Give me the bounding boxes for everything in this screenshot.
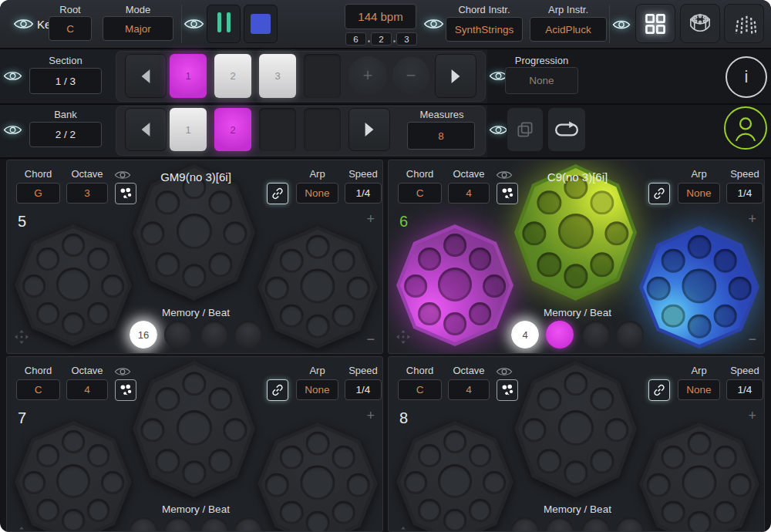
octave-value-box[interactable]: 3 xyxy=(66,183,108,204)
bank-tools-visibility-eye-icon[interactable] xyxy=(489,123,508,136)
note-dot[interactable] xyxy=(62,509,85,532)
note-dot[interactable] xyxy=(346,473,370,497)
plus-button[interactable]: + xyxy=(748,211,756,227)
move-handle-icon[interactable] xyxy=(396,527,410,532)
note-dot[interactable] xyxy=(101,275,124,298)
section-counter[interactable]: 1 / 3 xyxy=(29,68,102,94)
note-dot[interactable] xyxy=(208,253,232,277)
note-dot[interactable] xyxy=(56,464,90,498)
memory-slot-3[interactable] xyxy=(582,321,610,348)
minus-button[interactable]: − xyxy=(748,332,756,348)
add-section-button[interactable]: + xyxy=(348,56,387,95)
note-dot[interactable] xyxy=(208,387,232,411)
section-pad-3[interactable]: 3 xyxy=(259,54,296,98)
bank-pad-2[interactable]: 2 xyxy=(214,108,251,151)
chord-pad-octagon[interactable] xyxy=(15,224,132,346)
arp-value-box[interactable]: None xyxy=(678,183,720,204)
arp-instrument-value[interactable]: AcidPluck xyxy=(530,17,607,42)
transport-visibility-eye-icon[interactable] xyxy=(183,17,204,31)
instruments-visibility-eye-icon[interactable] xyxy=(423,17,444,31)
note-dot[interactable] xyxy=(176,214,211,249)
note-dot[interactable] xyxy=(522,419,546,443)
grid-view-button[interactable] xyxy=(635,4,675,43)
speed-value-box[interactable]: 1/4 xyxy=(726,379,763,400)
memory-slot-2[interactable] xyxy=(164,321,192,348)
note-dot[interactable] xyxy=(36,247,59,271)
note-dot[interactable] xyxy=(182,461,206,485)
memory-slot-2[interactable] xyxy=(164,517,192,532)
link-button[interactable] xyxy=(648,183,670,204)
note-dot[interactable] xyxy=(590,253,614,277)
plus-button[interactable]: + xyxy=(748,408,756,424)
note-dot[interactable] xyxy=(22,472,45,495)
move-handle-icon[interactable] xyxy=(15,527,29,532)
chord-value-box[interactable]: C xyxy=(16,379,60,400)
note-dot[interactable] xyxy=(306,235,330,259)
memory-slot-1[interactable] xyxy=(130,517,157,532)
note-dot[interactable] xyxy=(87,247,110,271)
note-dot[interactable] xyxy=(300,465,335,500)
note-dot[interactable] xyxy=(443,509,466,532)
chord-pad-octagon[interactable] xyxy=(15,421,132,532)
chord-pad-octagon-green[interactable] xyxy=(514,164,637,301)
note-dot[interactable] xyxy=(590,387,614,411)
chord-pad-octagon[interactable] xyxy=(639,423,759,532)
chord-pad-octagon[interactable] xyxy=(133,361,255,497)
arp-value-box[interactable]: None xyxy=(296,379,338,400)
loop-button[interactable] xyxy=(547,107,586,152)
note-dot[interactable] xyxy=(36,444,59,467)
note-dot[interactable] xyxy=(156,387,180,411)
root-note-value[interactable]: C xyxy=(49,16,92,41)
note-dot[interactable] xyxy=(182,264,206,288)
memory-slot-2[interactable] xyxy=(546,321,574,348)
note-dot[interactable] xyxy=(713,249,737,273)
slot-visibility-eye-icon[interactable] xyxy=(496,366,513,377)
arp-value-box[interactable]: None xyxy=(678,379,720,400)
note-dot[interactable] xyxy=(280,304,304,328)
bank-counter[interactable]: 2 / 2 xyxy=(29,122,102,147)
note-dot[interactable] xyxy=(87,444,110,467)
section-pad-1[interactable]: 1 xyxy=(170,54,207,98)
note-dot[interactable] xyxy=(265,277,289,301)
note-dot[interactable] xyxy=(469,302,492,325)
link-button[interactable] xyxy=(267,183,288,204)
mode-value[interactable]: Major xyxy=(103,16,173,41)
note-dot[interactable] xyxy=(140,222,164,246)
note-dot[interactable] xyxy=(404,472,427,495)
strum-view-button[interactable] xyxy=(724,4,764,43)
note-dot[interactable] xyxy=(604,222,628,246)
note-dot[interactable] xyxy=(662,500,685,524)
note-dot[interactable] xyxy=(469,499,492,522)
voicing-button[interactable] xyxy=(115,183,136,204)
note-dot[interactable] xyxy=(564,461,588,485)
arp-value-box[interactable]: None xyxy=(296,183,338,204)
note-dot[interactable] xyxy=(36,302,59,325)
key-visibility-eye-icon[interactable] xyxy=(13,17,34,31)
note-dot[interactable] xyxy=(438,464,472,498)
section-pad-2[interactable]: 2 xyxy=(214,54,251,98)
info-button[interactable]: i xyxy=(726,56,767,98)
note-dot[interactable] xyxy=(728,277,752,301)
stop-button[interactable] xyxy=(244,5,278,43)
chord-pad-octagon[interactable] xyxy=(258,226,378,348)
chord-instrument-value[interactable]: SynthStrings xyxy=(446,17,523,42)
note-dot[interactable] xyxy=(62,430,85,453)
note-dot[interactable] xyxy=(208,190,232,214)
section-prev-button[interactable] xyxy=(125,54,167,98)
note-dot[interactable] xyxy=(537,450,561,473)
memory-slot-1[interactable] xyxy=(511,517,539,532)
note-dot[interactable] xyxy=(101,472,124,495)
note-dot[interactable] xyxy=(182,372,206,396)
note-dot[interactable] xyxy=(647,473,671,497)
note-dot[interactable] xyxy=(87,499,110,522)
note-dot[interactable] xyxy=(557,214,593,249)
note-dot[interactable] xyxy=(306,315,330,338)
note-dot[interactable] xyxy=(564,372,588,396)
note-dot[interactable] xyxy=(688,432,712,456)
note-dot[interactable] xyxy=(483,275,506,298)
minus-button[interactable]: − xyxy=(366,332,375,348)
chord-value-box[interactable]: C xyxy=(398,379,442,400)
note-dot[interactable] xyxy=(140,419,164,443)
section-next-button[interactable] xyxy=(435,54,476,98)
bank-pad-1[interactable]: 1 xyxy=(170,108,207,151)
